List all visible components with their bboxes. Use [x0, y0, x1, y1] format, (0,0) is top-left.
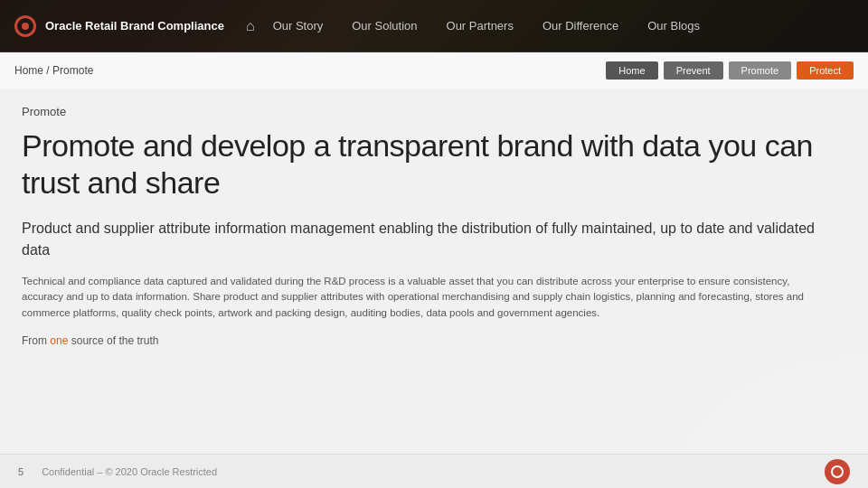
brand: Oracle Retail Brand Compliance: [14, 15, 224, 37]
footer-oracle-icon: [825, 459, 850, 484]
breadcrumb-row: Home / Promote Home Prevent Promote Prot…: [0, 52, 868, 89]
breadcrumb: Home / Promote: [14, 64, 93, 77]
footer-page-number: 5: [18, 466, 24, 477]
promote-button[interactable]: Promote: [729, 61, 792, 80]
prevent-button[interactable]: Prevent: [664, 61, 723, 80]
footer: 5 Confidential – © 2020 Oracle Restricte…: [0, 454, 868, 488]
from-suffix: source of the truth: [68, 334, 158, 347]
nav-link-our-partners[interactable]: Our Partners: [447, 19, 514, 33]
action-buttons: Home Prevent Promote Protect: [606, 61, 854, 80]
breadcrumb-current: Promote: [52, 64, 93, 77]
home-nav-icon[interactable]: ⌂: [246, 18, 255, 34]
breadcrumb-separator: /: [43, 64, 52, 77]
body-text: Technical and compliance data captured a…: [22, 274, 817, 322]
footer-confidential-text: Confidential – © 2020 Oracle Restricted: [42, 466, 217, 477]
from-highlight: one: [50, 334, 68, 347]
nav-link-our-solution[interactable]: Our Solution: [352, 19, 417, 33]
nav-link-our-difference[interactable]: Our Difference: [542, 19, 618, 33]
nav-links: Our Story Our Solution Our Partners Our …: [273, 19, 854, 33]
sub-heading: Product and supplier attribute informati…: [22, 218, 846, 261]
nav-link-our-story[interactable]: Our Story: [273, 19, 324, 33]
oracle-logo-icon: [14, 15, 36, 37]
protect-button[interactable]: Protect: [797, 61, 854, 80]
brand-title: Oracle Retail Brand Compliance: [45, 19, 224, 33]
main-heading: Promote and develop a transparent brand …: [22, 127, 846, 202]
navbar: Oracle Retail Brand Compliance ⌂ Our Sto…: [0, 0, 868, 52]
from-text: From one source of the truth: [22, 334, 846, 347]
page-label: Promote: [22, 105, 846, 118]
nav-link-our-blogs[interactable]: Our Blogs: [647, 19, 700, 33]
breadcrumb-home[interactable]: Home: [14, 64, 43, 77]
main-content: Promote Promote and develop a transparen…: [0, 89, 868, 454]
home-button[interactable]: Home: [606, 61, 657, 80]
from-prefix: From: [22, 334, 50, 347]
